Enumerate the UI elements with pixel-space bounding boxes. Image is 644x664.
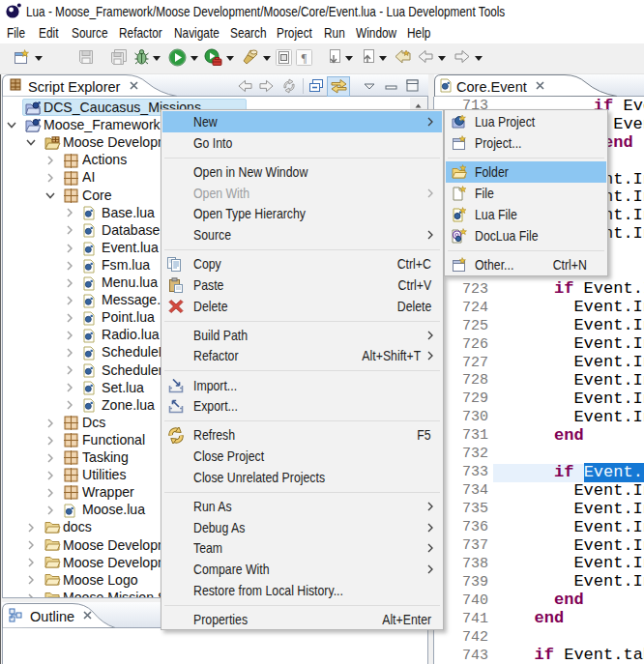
- svg-text:¶: ¶: [302, 51, 307, 65]
